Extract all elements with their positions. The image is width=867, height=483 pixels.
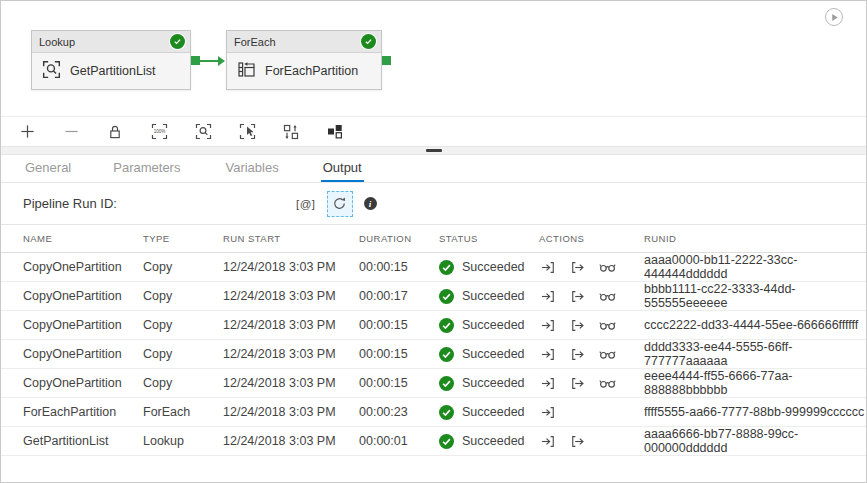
view-input-button[interactable] xyxy=(539,259,556,275)
succeeded-check-icon xyxy=(439,405,454,420)
cell-name: ForEachPartition xyxy=(23,405,143,419)
view-output-button[interactable] xyxy=(569,288,586,304)
succeeded-check-icon xyxy=(361,34,376,49)
view-details-button[interactable] xyxy=(599,346,616,362)
zoom-in-icon[interactable] xyxy=(15,121,39,143)
multi-select-icon[interactable] xyxy=(235,121,259,143)
succeeded-check-icon xyxy=(439,347,454,362)
activity-type-label: Lookup xyxy=(39,36,75,48)
cell-name: CopyOnePartition xyxy=(23,318,143,332)
cell-name: CopyOnePartition xyxy=(23,260,143,274)
view-details-button[interactable] xyxy=(599,259,616,275)
cell-run-start: 12/24/2018 3:03 PM xyxy=(223,318,359,332)
cell-status: Succeeded xyxy=(439,347,539,362)
cell-actions xyxy=(539,346,644,362)
edge-arrowhead-icon xyxy=(218,56,225,66)
view-output-button[interactable] xyxy=(569,317,586,333)
cell-duration: 00:00:15 xyxy=(359,260,439,274)
status-text: Succeeded xyxy=(462,434,525,448)
cell-runid: bbbb1111-cc22-3333-44dd-555555eeeeee xyxy=(644,282,866,310)
play-icon xyxy=(830,13,839,22)
activity-node-header: ForEach xyxy=(227,31,381,53)
cell-runid: ffff5555-aa66-7777-88bb-999999cccccc xyxy=(644,405,866,419)
cell-type: Copy xyxy=(143,347,223,361)
cell-actions xyxy=(539,317,644,333)
svg-text:100%: 100% xyxy=(153,129,165,134)
panel-resize-splitter[interactable] xyxy=(1,146,866,155)
lock-canvas-icon[interactable] xyxy=(103,121,127,143)
view-details-button[interactable] xyxy=(599,288,616,304)
table-row: CopyOnePartitionCopy12/24/2018 3:03 PM00… xyxy=(1,253,866,282)
cell-status: Succeeded xyxy=(439,376,539,391)
tab-parameters[interactable]: Parameters xyxy=(111,155,182,182)
activity-name: ForEachPartition xyxy=(265,64,358,78)
view-output-button[interactable] xyxy=(569,375,586,391)
cell-status: Succeeded xyxy=(439,434,539,449)
view-input-button[interactable] xyxy=(539,433,556,449)
view-output-button[interactable] xyxy=(569,433,586,449)
cell-runid: eeee4444-ff55-6666-77aa-888888bbbbbb xyxy=(644,369,866,397)
view-input-button[interactable] xyxy=(539,317,556,333)
column-header-status: STATUS xyxy=(439,233,539,244)
succeeded-check-icon xyxy=(439,289,454,304)
cell-runid: dddd3333-ee44-5555-66ff-777777aaaaaa xyxy=(644,340,866,368)
status-text: Succeeded xyxy=(462,289,525,303)
status-text: Succeeded xyxy=(462,376,525,390)
parameters-braces-at-icon[interactable]: [@] xyxy=(296,198,316,210)
cell-type: Copy xyxy=(143,289,223,303)
zoom-to-fit-icon[interactable] xyxy=(191,121,215,143)
pipeline-canvas[interactable]: Lookup GetPartitionList xyxy=(1,1,866,117)
auto-layout-icon[interactable] xyxy=(323,121,347,143)
zoom-out-icon[interactable] xyxy=(59,121,83,143)
view-output-button[interactable] xyxy=(569,259,586,275)
pipeline-debug-window: Lookup GetPartitionList xyxy=(0,0,867,483)
status-text: Succeeded xyxy=(462,318,525,332)
refresh-button[interactable] xyxy=(327,191,353,217)
run-play-button[interactable] xyxy=(825,8,843,26)
activity-node-header: Lookup xyxy=(32,31,190,53)
foreach-loop-icon xyxy=(237,60,256,82)
cell-status: Succeeded xyxy=(439,405,539,420)
view-details-button[interactable] xyxy=(599,317,616,333)
activity-node-lookup[interactable]: Lookup GetPartitionList xyxy=(31,30,191,90)
align-icon[interactable] xyxy=(279,121,303,143)
cell-type: ForEach xyxy=(143,405,223,419)
cell-type: Copy xyxy=(143,376,223,390)
view-input-button[interactable] xyxy=(539,375,556,391)
tab-general[interactable]: General xyxy=(23,155,73,182)
column-header-run-start: RUN START xyxy=(223,233,359,244)
view-input-button[interactable] xyxy=(539,288,556,304)
output-connector-port[interactable] xyxy=(382,56,391,65)
edge-line xyxy=(200,60,219,62)
view-input-button[interactable] xyxy=(539,346,556,362)
cell-duration: 00:00:23 xyxy=(359,405,439,419)
cell-actions xyxy=(539,404,644,420)
cell-type: Lookup xyxy=(143,434,223,448)
view-input-button[interactable] xyxy=(539,404,556,420)
cell-status: Succeeded xyxy=(439,289,539,304)
activity-type-label: ForEach xyxy=(234,36,276,48)
cell-runid: cccc2222-dd33-4444-55ee-666666ffffff xyxy=(644,318,866,332)
tab-variables[interactable]: Variables xyxy=(223,155,280,182)
zoom-percent-icon[interactable]: 100% xyxy=(147,121,171,143)
info-icon[interactable]: i xyxy=(364,197,377,210)
canvas-toolbar: 100% xyxy=(1,117,866,146)
pipeline-run-id-row: Pipeline Run ID: [@] i xyxy=(1,183,866,225)
activity-node-foreach[interactable]: ForEach ForEachPartition xyxy=(226,30,382,90)
view-output-button[interactable] xyxy=(569,346,586,362)
column-header-type: TYPE xyxy=(143,233,223,244)
status-text: Succeeded xyxy=(462,405,525,419)
output-connector-port[interactable] xyxy=(191,56,200,65)
column-header-duration: DURATION xyxy=(359,233,439,244)
cell-status: Succeeded xyxy=(439,318,539,333)
tab-output[interactable]: Output xyxy=(321,155,364,182)
resize-grip-icon xyxy=(426,149,442,152)
cell-duration: 00:00:17 xyxy=(359,289,439,303)
cell-duration: 00:00:15 xyxy=(359,347,439,361)
cell-name: GetPartitionList xyxy=(23,434,143,448)
cell-name: CopyOnePartition xyxy=(23,289,143,303)
cell-run-start: 12/24/2018 3:03 PM xyxy=(223,289,359,303)
column-header-runid: RUNID xyxy=(644,233,866,244)
table-row: CopyOnePartitionCopy12/24/2018 3:03 PM00… xyxy=(1,282,866,311)
view-details-button[interactable] xyxy=(599,375,616,391)
